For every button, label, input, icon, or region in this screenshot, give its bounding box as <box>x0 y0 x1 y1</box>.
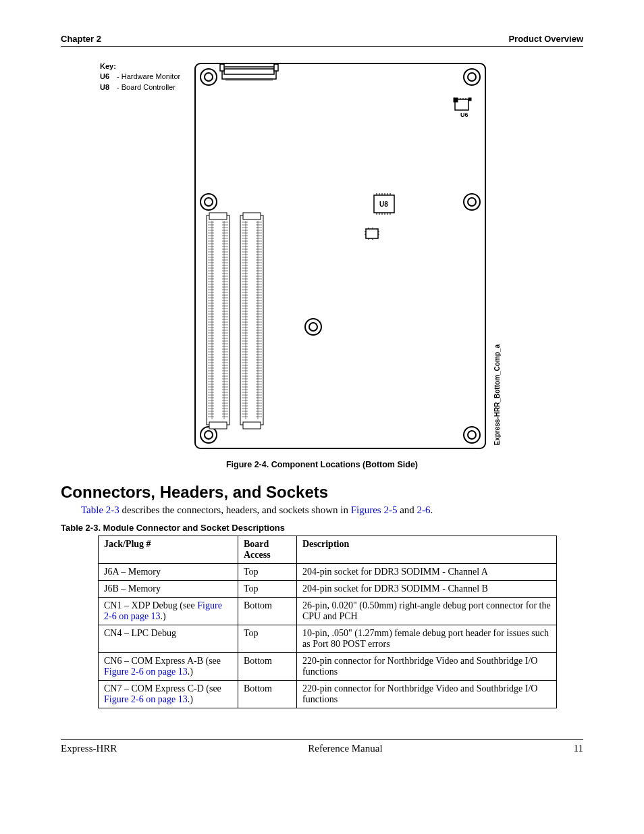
svg-rect-17 <box>220 64 224 71</box>
svg-point-10 <box>205 431 213 439</box>
header-right: Product Overview <box>508 34 583 44</box>
link-figures-2-5[interactable]: Figures 2-5 <box>351 504 398 515</box>
header-left: Chapter 2 <box>61 34 101 44</box>
link-figure-ref[interactable]: Figure 2-6 on page 13 <box>104 667 188 677</box>
svg-rect-41 <box>366 229 378 238</box>
table-caption: Table 2-3. Module Connector and Socket D… <box>61 523 583 533</box>
cell-description: 220-pin connector for Northbridge Video … <box>297 681 557 708</box>
table-row: CN4 – LPC DebugTop10-pin, .050" (1.27mm)… <box>99 625 557 653</box>
cell-jackplug: J6B – Memory <box>99 581 238 598</box>
link-figure-ref[interactable]: Figure 2-6 on page 13 <box>104 694 188 704</box>
th-jackplug: Jack/Plug # <box>99 536 238 564</box>
cell-boardaccess: Top <box>238 581 297 598</box>
section-title: Connectors, Headers, and Sockets <box>61 483 583 502</box>
svg-rect-61 <box>248 221 256 419</box>
svg-point-6 <box>205 198 213 206</box>
th-boardaccess: Board Access <box>238 536 297 564</box>
key-title: Key: <box>100 61 188 72</box>
cell-boardaccess: Bottom <box>238 653 297 681</box>
svg-rect-23 <box>468 98 471 101</box>
table-row: CN7 – COM Express C-D (see Figure 2-6 on… <box>99 681 557 708</box>
figure-caption: Figure 2-4. Component Locations (Bottom … <box>61 460 583 469</box>
key-item-u8: U8 - Board Controller <box>100 82 188 93</box>
svg-point-8 <box>468 198 476 206</box>
cell-description: 26-pin, 0.020" (0.50mm) right-angle debu… <box>297 598 557 625</box>
svg-rect-16 <box>224 69 274 74</box>
cell-jackplug: J6A – Memory <box>99 564 238 581</box>
svg-rect-54 <box>243 213 261 219</box>
svg-rect-52 <box>209 422 227 429</box>
footer-left: Express-HRR <box>61 743 117 754</box>
cell-boardaccess: Bottom <box>238 598 297 625</box>
svg-rect-51 <box>209 213 227 219</box>
cell-jackplug: CN4 – LPC Debug <box>99 625 238 653</box>
svg-point-2 <box>205 73 213 81</box>
svg-rect-0 <box>195 63 485 448</box>
cell-jackplug: CN7 – COM Express C-D (see Figure 2-6 on… <box>99 681 238 708</box>
page-footer: Express-HRR Reference Manual 11 <box>61 739 583 754</box>
chip-u8-label: U8 <box>379 201 388 208</box>
board-svg: U6 U8 <box>192 60 489 452</box>
th-description: Description <box>297 536 557 564</box>
table-row: J6B – MemoryTop204-pin socket for DDR3 S… <box>99 581 557 598</box>
figure-2-4: Key: U6 - Hardware Monitor U8 - Board Co… <box>61 60 583 469</box>
key-item-u6: U6 - Hardware Monitor <box>100 72 188 82</box>
svg-rect-18 <box>274 64 278 71</box>
cell-boardaccess: Top <box>238 564 297 581</box>
table-header-row: Jack/Plug # Board Access Description <box>99 536 557 564</box>
cell-description: 10-pin, .050" (1.27mm) female debug port… <box>297 625 557 653</box>
footer-right: 11 <box>574 743 583 754</box>
link-table-2-3[interactable]: Table 2-3 <box>81 504 119 515</box>
cell-description: 204-pin socket for DDR3 SODIMM - Channel… <box>297 581 557 598</box>
cell-description: 220-pin connector for Northbridge Video … <box>297 653 557 681</box>
chip-u6-label: U6 <box>460 111 468 118</box>
svg-point-4 <box>468 73 476 81</box>
table-row: J6A – MemoryTop204-pin socket for DDR3 S… <box>99 564 557 581</box>
table-row: CN1 – XDP Debug (see Figure 2-6 on page … <box>99 598 557 625</box>
figure-key: Key: U6 - Hardware Monitor U8 - Board Co… <box>100 60 188 93</box>
figure-side-label: Express-HRR_Bottom_Comp_a <box>493 344 501 445</box>
cell-description: 204-pin socket for DDR3 SODIMM - Channel… <box>297 564 557 581</box>
cell-jackplug: CN1 – XDP Debug (see Figure 2-6 on page … <box>99 598 238 625</box>
page-header: Chapter 2 Product Overview <box>61 34 583 47</box>
chip-u6 <box>454 98 471 110</box>
footer-center: Reference Manual <box>308 743 382 754</box>
svg-point-14 <box>309 323 317 331</box>
table-row: CN6 – COM Express A-B (see Figure 2-6 on… <box>99 653 557 681</box>
cell-boardaccess: Bottom <box>238 681 297 708</box>
cell-boardaccess: Top <box>238 625 297 653</box>
intro-paragraph: Table 2-3 describes the connectors, head… <box>81 504 583 516</box>
svg-rect-22 <box>454 98 458 102</box>
link-2-6[interactable]: 2-6 <box>417 504 431 515</box>
svg-rect-55 <box>243 422 261 429</box>
svg-rect-60 <box>214 221 222 419</box>
connector-table: Jack/Plug # Board Access Description J6A… <box>98 536 557 708</box>
board-diagram: U6 U8 <box>192 60 489 452</box>
svg-point-12 <box>468 431 476 439</box>
cell-jackplug: CN6 – COM Express A-B (see Figure 2-6 on… <box>99 653 238 681</box>
